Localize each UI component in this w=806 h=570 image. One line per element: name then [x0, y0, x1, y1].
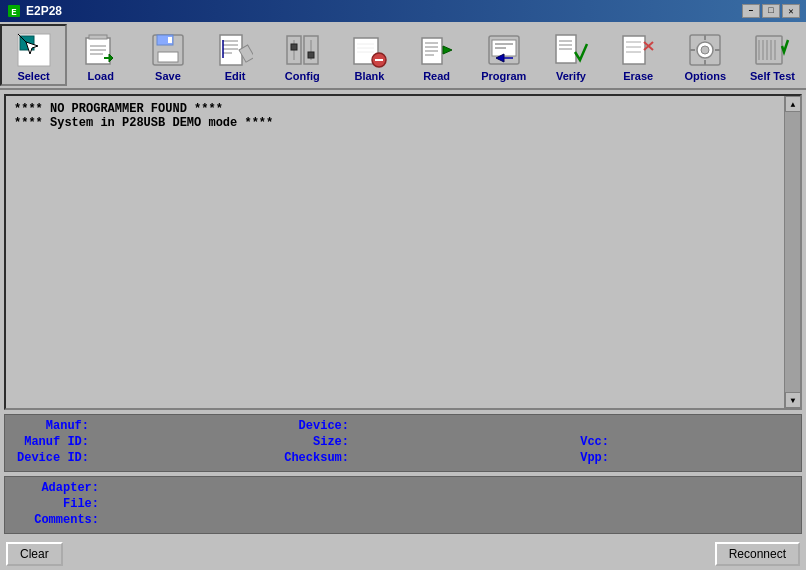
load-icon	[83, 32, 119, 68]
device-cell: Device:	[273, 419, 533, 433]
adapter-label: Adapter:	[13, 481, 103, 495]
window-controls: – □ ✕	[742, 4, 800, 18]
select-label: Select	[17, 70, 49, 82]
select-tool[interactable]: Select	[0, 24, 67, 86]
save-tool[interactable]: Save	[134, 24, 201, 86]
adapter-row: Adapter:	[13, 481, 793, 495]
vpp-cell: Vpp:	[533, 451, 793, 465]
save-icon	[150, 32, 186, 68]
empty-cell-1	[533, 419, 793, 433]
svg-rect-29	[308, 52, 314, 58]
reconnect-button[interactable]: Reconnect	[715, 542, 800, 566]
erase-label: Erase	[623, 70, 653, 82]
program-label: Program	[481, 70, 526, 82]
file-panel: Adapter: File: Comments:	[4, 476, 802, 534]
selftest-tool[interactable]: Self Test	[739, 24, 806, 86]
title-bar: E E2P28 – □ ✕	[0, 0, 806, 22]
verify-label: Verify	[556, 70, 586, 82]
scroll-down-arrow[interactable]: ▼	[785, 392, 801, 408]
svg-rect-7	[89, 35, 107, 39]
file-value	[103, 497, 793, 511]
program-icon	[486, 32, 522, 68]
options-icon	[687, 32, 723, 68]
options-label: Options	[685, 70, 727, 82]
comments-label: Comments:	[13, 513, 103, 527]
edit-tool[interactable]: Edit	[202, 24, 269, 86]
toolbar: Select Load Save	[0, 22, 806, 90]
vcc-cell: Vcc:	[533, 435, 793, 449]
manuf-cell: Manuf:	[13, 419, 273, 433]
read-label: Read	[423, 70, 450, 82]
checksum-label: Checksum:	[273, 451, 353, 465]
log-area: **** NO PROGRAMMER FOUND **** **** Syste…	[4, 94, 802, 410]
program-tool[interactable]: Program	[470, 24, 537, 86]
options-tool[interactable]: Options	[672, 24, 739, 86]
load-tool[interactable]: Load	[67, 24, 134, 86]
edit-icon	[217, 32, 253, 68]
log-line-1: **** NO PROGRAMMER FOUND ****	[14, 102, 792, 116]
comments-row: Comments:	[13, 513, 793, 527]
vcc-label: Vcc:	[533, 435, 613, 449]
load-label: Load	[88, 70, 114, 82]
size-label: Size:	[273, 435, 353, 449]
log-line-2: **** System in P28USB DEMO mode ****	[14, 116, 792, 130]
svg-point-60	[701, 46, 709, 54]
svg-rect-15	[158, 52, 178, 62]
select-icon	[16, 32, 52, 68]
minimize-button[interactable]: –	[742, 4, 760, 18]
svg-marker-40	[443, 46, 452, 54]
checksum-cell: Checksum:	[273, 451, 533, 465]
erase-tool[interactable]: Erase	[605, 24, 672, 86]
manuf-id-cell: Manuf ID:	[13, 435, 273, 449]
clear-button[interactable]: Clear	[6, 542, 63, 566]
device-id-cell: Device ID:	[13, 451, 273, 465]
blank-icon	[351, 32, 387, 68]
window-title: E2P28	[26, 4, 742, 18]
erase-icon	[620, 32, 656, 68]
info-row-3: Device ID: Checksum: Vpp:	[13, 451, 793, 465]
svg-rect-52	[623, 36, 645, 64]
info-panel: Manuf: Device: Manuf ID: Size: Vcc:	[4, 414, 802, 472]
svg-rect-28	[291, 44, 297, 50]
blank-label: Blank	[354, 70, 384, 82]
svg-rect-6	[86, 38, 110, 64]
log-content: **** NO PROGRAMMER FOUND **** **** Syste…	[6, 96, 800, 136]
app-icon: E	[6, 3, 22, 19]
manuf-label: Manuf:	[13, 419, 93, 433]
file-label: File:	[13, 497, 103, 511]
config-tool[interactable]: Config	[269, 24, 336, 86]
svg-text:E: E	[11, 8, 17, 18]
blank-tool[interactable]: Blank	[336, 24, 403, 86]
main-area: **** NO PROGRAMMER FOUND **** **** Syste…	[0, 90, 806, 570]
selftest-label: Self Test	[750, 70, 795, 82]
info-row-2: Manuf ID: Size: Vcc:	[13, 435, 793, 449]
config-label: Config	[285, 70, 320, 82]
verify-icon	[553, 32, 589, 68]
maximize-button[interactable]: □	[762, 4, 780, 18]
info-row-1: Manuf: Device:	[13, 419, 793, 433]
vpp-label: Vpp:	[533, 451, 613, 465]
read-tool[interactable]: Read	[403, 24, 470, 86]
svg-rect-65	[756, 36, 782, 64]
edit-label: Edit	[225, 70, 246, 82]
device-id-label: Device ID:	[13, 451, 93, 465]
read-icon	[419, 32, 455, 68]
selftest-icon	[754, 32, 790, 68]
device-label: Device:	[273, 419, 353, 433]
config-icon	[284, 32, 320, 68]
file-row: File:	[13, 497, 793, 511]
manuf-id-label: Manuf ID:	[13, 435, 93, 449]
save-label: Save	[155, 70, 181, 82]
svg-rect-16	[168, 37, 172, 43]
log-scrollbar[interactable]: ▲ ▼	[784, 96, 800, 408]
scroll-up-arrow[interactable]: ▲	[785, 96, 801, 112]
verify-tool[interactable]: Verify	[537, 24, 604, 86]
size-cell: Size:	[273, 435, 533, 449]
close-button[interactable]: ✕	[782, 4, 800, 18]
scroll-track	[785, 112, 800, 392]
bottom-bar: Clear Reconnect	[0, 538, 806, 570]
adapter-value	[103, 481, 793, 495]
comments-value	[103, 513, 793, 527]
